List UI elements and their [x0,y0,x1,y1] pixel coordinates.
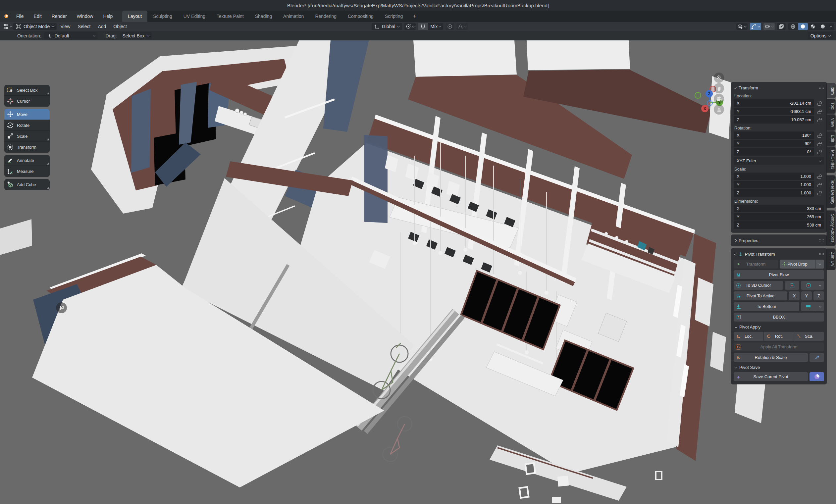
tool-annotate[interactable]: Annotate [4,155,50,166]
cursor-option-button[interactable] [785,281,799,290]
viewport-3d[interactable]: Select Box Cursor Move [0,40,836,504]
show-object-types-dropdown[interactable] [736,23,747,30]
shading-material-button[interactable] [808,23,818,30]
bottom-dropdown[interactable] [816,302,824,311]
add-workspace-button[interactable]: + [408,11,421,22]
pivot-transform-header[interactable]: ⚓ Pivot Transform [734,250,824,258]
workspace-tab-sculpting[interactable]: Sculpting [147,11,178,22]
rotation-scale-extra-button[interactable] [810,353,824,362]
apply-loc-button[interactable]: Loc. [734,332,763,341]
workspace-tab-rendering[interactable]: Rendering [309,11,342,22]
xray-toggle[interactable] [777,23,786,30]
camera-view-button[interactable] [714,94,724,104]
pivot-axis-x-button[interactable]: X [789,291,800,301]
pivot-drop-button[interactable]: Pivot Drop [780,259,815,269]
menu-object[interactable]: Object [110,24,130,29]
workspace-tab-compositing[interactable]: Compositing [342,11,379,22]
save-current-pivot-button[interactable]: + Save Curent Pivot [734,372,808,381]
proportional-editing-button[interactable] [445,23,454,30]
pivot-axis-z-button[interactable]: Z [814,291,824,301]
workspace-tab-shading[interactable]: Shading [249,11,278,22]
viewport-annotation-icon[interactable] [56,302,67,313]
shading-dropdown[interactable] [828,23,834,30]
rotation-scale-button[interactable]: Rotation & Scale [734,353,808,362]
rotation-mode-dropdown[interactable]: XYZ Euler [734,157,824,164]
pivot-save-header[interactable]: Pivot Save [734,364,824,371]
apply-rot-button[interactable]: Rot. [764,332,794,341]
options-button[interactable]: Options [808,32,833,39]
menu-select[interactable]: Select [74,24,94,29]
ortho-toggle-button[interactable] [714,104,724,115]
tool-move[interactable]: Move [4,109,50,120]
location-y-field[interactable]: Y-1683.1 cm [734,108,814,115]
rotation-y-lock[interactable] [814,141,824,146]
menu-add[interactable]: Add [94,24,110,29]
pivot-to-active-button[interactable]: Pivot To Active [734,291,787,301]
rotation-z-field[interactable]: Z0° [734,148,814,156]
tool-measure[interactable]: Measure [4,166,50,177]
bbox-button[interactable]: BBOX [734,313,824,322]
tool-cursor[interactable]: Cursor [4,96,50,106]
location-z-field[interactable]: Z19.057 cm [734,116,814,123]
grip-icon[interactable] [819,239,824,242]
shading-solid-button[interactable] [798,23,808,30]
menu-render[interactable]: Render [47,11,72,22]
sidebar-tab-edit[interactable]: Edit [827,132,835,146]
menu-file[interactable]: File [11,11,29,22]
shading-rendered-button[interactable] [818,23,828,30]
location-z-lock[interactable] [814,118,824,122]
to-bottom-button[interactable]: To Bottom [734,302,799,311]
workspace-tab-uv-editing[interactable]: UV Editing [178,11,211,22]
workspace-tab-scripting[interactable]: Scripting [379,11,408,22]
snap-magnet-button[interactable] [418,23,428,30]
pivot-point-button[interactable] [404,23,416,30]
orientation-dropdown[interactable]: Global [372,23,402,30]
pivot-apply-header[interactable]: Pivot Apply [734,323,824,330]
dimensions-y-field[interactable]: Y269 cm [734,213,824,220]
rotation-x-lock[interactable] [814,133,824,138]
location-x-lock[interactable] [814,101,824,105]
tool-transform[interactable]: Transform [4,142,50,153]
sidebar-tab-simply-addons[interactable]: Simply Addons [827,211,835,246]
to-3d-cursor-button[interactable]: To 3D Cursor [734,281,783,290]
scale-y-lock[interactable] [814,182,824,187]
cursor-dropdown[interactable] [816,281,824,290]
scale-z-field[interactable]: Z1.000 [734,189,814,197]
pan-button[interactable] [714,83,724,93]
sidebar-tab-texel-density[interactable]: Texel Density [827,175,835,208]
transform-header[interactable]: Transform [734,84,824,91]
grip-icon[interactable] [819,86,824,90]
sidebar-tab-zen-uv[interactable]: Zen UV [827,249,835,270]
editor-type-button[interactable] [2,23,13,30]
gizmo-y-neg-ball[interactable] [695,92,701,98]
tool-orientation-dropdown[interactable]: Default [44,32,98,39]
dimensions-z-field[interactable]: Z538 cm [734,221,824,229]
overlays-toggle[interactable] [763,23,775,30]
tool-select-box[interactable]: Select Box [4,85,50,96]
menu-edit[interactable]: Edit [29,11,47,22]
sidebar-tab-machin3[interactable]: MACHIN3 [827,147,835,173]
scale-x-lock[interactable] [814,174,824,179]
falloff-dropdown[interactable] [456,23,468,30]
apply-all-transform-button[interactable]: XF Apply All Transform [734,343,824,351]
rotation-y-field[interactable]: Y-90° [734,140,814,147]
drag-dropdown[interactable]: Select Box [120,32,152,39]
sidebar-tab-tool[interactable]: Tool [827,99,835,114]
workspace-tab-layout[interactable]: Layout [122,11,147,22]
sidebar-tab-item[interactable]: Item [827,83,835,98]
scale-x-field[interactable]: X1.000 [734,173,814,180]
properties-header[interactable]: Properties [734,237,824,244]
snap-mode-dropdown[interactable]: Mix [428,23,443,30]
apply-sca-button[interactable]: Sca. [794,332,824,341]
cursor-option-2-button[interactable] [801,281,816,290]
scale-y-field[interactable]: Y1.000 [734,181,814,189]
menu-help[interactable]: Help [98,11,118,22]
location-y-lock[interactable] [814,109,824,114]
blender-logo-icon[interactable] [0,11,11,22]
tool-add-cube[interactable]: Add Cube [4,179,50,190]
location-x-field[interactable]: X-202.14 cm [734,99,814,107]
rotation-x-field[interactable]: X180° [734,132,814,139]
rotation-z-lock[interactable] [814,150,824,154]
navigation-gizmo[interactable]: Z Y X [690,83,733,120]
sidebar-tab-view[interactable]: View [827,115,835,131]
